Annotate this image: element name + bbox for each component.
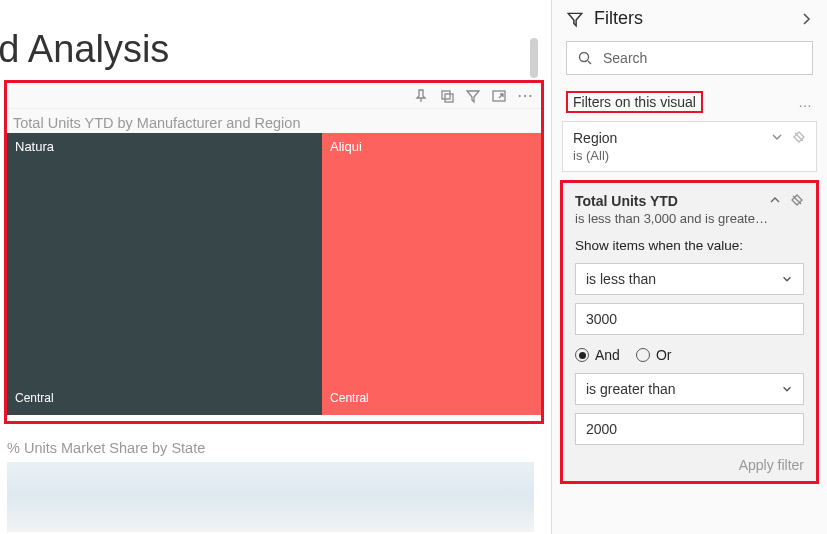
clear-filter-icon[interactable] <box>792 130 806 144</box>
treemap-visual[interactable]: ⋯ Total Units YTD by Manufacturer and Re… <box>4 80 544 424</box>
logic-or-label: Or <box>656 347 672 363</box>
tile-label: Natura <box>15 139 314 154</box>
tile-category: Central <box>330 391 533 405</box>
filter-summary: is (All) <box>573 148 617 163</box>
visual-title: Total Units YTD by Manufacturer and Regi… <box>7 109 541 133</box>
search-placeholder: Search <box>603 50 647 66</box>
filter-icon[interactable] <box>465 88 481 104</box>
svg-rect-1 <box>445 94 453 102</box>
operator-2-value: is greater than <box>586 381 676 397</box>
filter-field-name: Total Units YTD <box>575 193 768 209</box>
collapse-pane-icon[interactable] <box>799 12 813 26</box>
copy-icon[interactable] <box>439 88 455 104</box>
chevron-down-icon[interactable] <box>770 130 784 144</box>
tile-category: Central <box>15 391 314 405</box>
map-visual-title: % Units Market Share by State <box>7 440 205 456</box>
operator-select-2[interactable]: is greater than <box>575 373 804 405</box>
more-options-icon[interactable]: ⋯ <box>517 88 533 104</box>
svg-rect-0 <box>442 91 450 99</box>
operator-select-1[interactable]: is less than <box>575 263 804 295</box>
visual-toolbar: ⋯ <box>7 83 541 109</box>
filter-card-region[interactable]: Region is (All) <box>562 121 817 172</box>
filter-summary: is less than 3,000 and is greater th... <box>575 211 768 226</box>
filter-pane-icon <box>566 10 584 28</box>
value-2: 2000 <box>586 421 617 437</box>
chevron-down-icon <box>781 383 793 395</box>
filters-section-title: Filters on this visual <box>566 91 703 113</box>
filters-search-input[interactable]: Search <box>566 41 813 75</box>
tile-label: Aliqui <box>330 139 533 154</box>
page-title: end Analysis <box>0 0 549 71</box>
treemap-tile[interactable]: Aliqui Central <box>322 133 541 415</box>
operator-1-value: is less than <box>586 271 656 287</box>
chevron-down-icon <box>781 273 793 285</box>
section-more-icon[interactable]: … <box>798 94 813 110</box>
value-input-1[interactable]: 3000 <box>575 303 804 335</box>
treemap-body[interactable]: Natura Central Aliqui Central <box>7 133 541 415</box>
filter-card-total-units: Total Units YTD is less than 3,000 and i… <box>560 180 819 484</box>
focus-mode-icon[interactable] <box>491 88 507 104</box>
logic-or-radio[interactable]: Or <box>636 347 672 363</box>
filters-pane-title: Filters <box>594 8 643 29</box>
chevron-up-icon[interactable] <box>768 193 782 207</box>
svg-point-3 <box>580 53 589 62</box>
value-input-2[interactable]: 2000 <box>575 413 804 445</box>
map-visual[interactable] <box>7 462 534 532</box>
pin-icon[interactable] <box>413 88 429 104</box>
show-items-label: Show items when the value: <box>575 238 804 253</box>
treemap-tile[interactable]: Natura Central <box>7 133 322 415</box>
logic-and-radio[interactable]: And <box>575 347 620 363</box>
scroll-thumb[interactable] <box>530 38 538 78</box>
clear-filter-icon[interactable] <box>790 193 804 207</box>
apply-filter-button[interactable]: Apply filter <box>575 457 804 473</box>
logic-and-label: And <box>595 347 620 363</box>
search-icon <box>577 50 593 66</box>
filter-field-name: Region <box>573 130 617 146</box>
filters-pane: Filters Search Filters on this visual … … <box>551 0 827 534</box>
value-1: 3000 <box>586 311 617 327</box>
